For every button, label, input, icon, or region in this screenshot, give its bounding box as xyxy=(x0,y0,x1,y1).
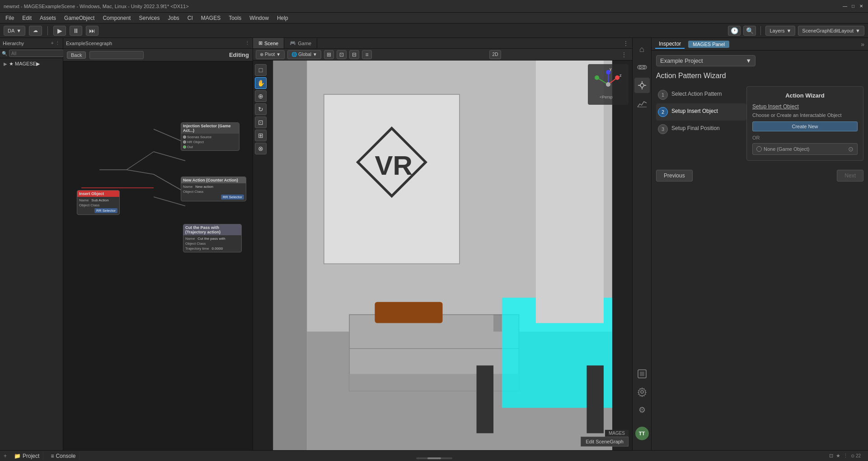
project-star-icon[interactable]: ★ xyxy=(836,453,840,459)
back-button[interactable]: Back xyxy=(67,51,86,59)
project-menu-icon[interactable]: ⋮ xyxy=(843,453,848,459)
network-icon[interactable] xyxy=(634,78,650,93)
global-dropdown-icon: ▼ xyxy=(313,52,317,57)
history-button[interactable]: 🕐 xyxy=(728,26,741,36)
center-view: ⊞ Scene 🎮 Game ⋮ ⊕ Pivot ▼ 🌐 Global ▼ ⊞ … xyxy=(253,38,632,450)
game-object-selector: None (Game Object) ⊙ xyxy=(752,143,858,155)
step-button[interactable]: ⏭ xyxy=(86,26,99,36)
2d-toggle[interactable]: 2D xyxy=(489,50,502,59)
search-toolbar-button[interactable]: 🔍 xyxy=(743,26,756,36)
target-icon[interactable]: ⊙ xyxy=(848,145,854,153)
scene-graph-search-input[interactable] xyxy=(89,51,144,59)
editing-label: Editing xyxy=(229,51,249,58)
tab-console[interactable]: ≡ Console xyxy=(47,452,80,460)
menu-edit[interactable]: Edit xyxy=(19,14,35,22)
previous-button[interactable]: Previous xyxy=(656,170,693,182)
hierarchy-search-input[interactable] xyxy=(9,50,71,57)
window-title: newnxt - MAGESExampleScene - Windows, Ma… xyxy=(4,4,189,9)
snap-toggle[interactable]: ⊟ xyxy=(349,50,359,59)
window-controls[interactable]: — □ ✕ xyxy=(842,3,864,9)
arrow-icon: ▶ xyxy=(4,61,7,66)
project-header: + 📁 Project ≡ Console ⊡ ★ ⋮ ⊙ 22 xyxy=(0,451,868,461)
scene-toolbar: ⊕ Pivot ▼ 🌐 Global ▼ ⊞ ⊡ ⊟ ≡ 2D ⋮ xyxy=(253,49,632,61)
wizard-step-2[interactable]: 2 Setup Insert Object xyxy=(656,103,746,121)
gear-icon[interactable]: ⚙ xyxy=(634,402,650,418)
layout-dropdown[interactable]: SceneGraphEditLayout ▼ xyxy=(798,26,864,36)
avatar[interactable]: TT xyxy=(635,427,649,440)
scene-tab-bar: ⊞ Scene 🎮 Game ⋮ xyxy=(253,38,632,49)
menu-jobs[interactable]: Jobs xyxy=(164,14,183,22)
scene-viewport[interactable]: □ ✋ ⊕ ↻ ⊡ ⊞ ⊗ VR xyxy=(253,61,632,450)
da-dropdown[interactable]: DA ▼ xyxy=(4,26,25,36)
hierarchy-label-magese: ★ MAGESE▶ xyxy=(9,61,40,67)
project-dropdown[interactable]: Example Project ▼ xyxy=(656,55,755,66)
close-button[interactable]: ✕ xyxy=(858,3,864,9)
svg-line-1 xyxy=(154,152,185,161)
hierarchy-menu-icon[interactable]: ⋮ xyxy=(55,40,60,46)
tab-game[interactable]: 🎮 Game xyxy=(284,38,317,48)
home-icon[interactable]: ⌂ xyxy=(634,42,650,57)
tab-inspector[interactable]: Inspector xyxy=(655,40,685,49)
scene-toolbar-menu[interactable]: ⋮ xyxy=(619,51,629,58)
settings-cog-icon[interactable] xyxy=(634,384,650,400)
pause-button[interactable]: ⏸ xyxy=(70,26,82,36)
pivot-dropdown[interactable]: ⊕ Pivot ▼ xyxy=(256,50,285,59)
toolbar-separator-2 xyxy=(760,26,761,35)
svg-rect-20 xyxy=(586,365,604,433)
grid-toggle[interactable]: ⊞ xyxy=(324,50,334,59)
wizard-step-1[interactable]: 1 Select Action Pattern xyxy=(656,86,746,103)
gizmo-toggle[interactable]: ⊡ xyxy=(337,50,347,59)
inspector-header: Inspector MAGES Panel » xyxy=(652,38,868,51)
create-new-button[interactable]: Create New xyxy=(752,121,858,131)
menu-component[interactable]: Component xyxy=(99,14,134,22)
extra-toggle[interactable]: ≡ xyxy=(362,50,372,59)
code-icon[interactable] xyxy=(634,366,650,382)
menu-services[interactable]: Services xyxy=(135,14,163,22)
play-button[interactable]: ▶ xyxy=(53,26,66,36)
edit-scenegraph-button[interactable]: Edit SceneGraph xyxy=(581,437,629,447)
chart-icon[interactable] xyxy=(634,96,650,111)
menu-file[interactable]: File xyxy=(2,14,18,22)
menu-ci[interactable]: CI xyxy=(184,14,197,22)
scene-graph-menu-icon[interactable]: ⋮ xyxy=(245,40,250,46)
project-resize-icon[interactable]: ⊡ xyxy=(829,453,833,459)
expand-icon[interactable]: » xyxy=(861,41,864,48)
pivot-dropdown-icon: ▼ xyxy=(276,52,281,57)
scene-graph-canvas[interactable]: Injection Selector (Game Act...) Scenas … xyxy=(63,61,253,450)
node-action-selector[interactable]: Injection Selector (Game Act...) Scenas … xyxy=(181,122,239,151)
menu-window[interactable]: Window xyxy=(246,14,272,22)
svg-line-5 xyxy=(127,152,154,170)
tab-mages[interactable]: MAGES Panel xyxy=(688,41,729,48)
next-button: Next xyxy=(837,170,863,182)
bottom-panel: + 📁 Project ≡ Console ⊡ ★ ⋮ ⊙ 22 xyxy=(0,450,868,461)
tab-scene[interactable]: ⊞ Scene xyxy=(253,38,284,48)
node-trajectory-action[interactable]: Cut the Pass with (Trajectory action) Na… xyxy=(183,224,242,252)
tab-project[interactable]: 📁 Project xyxy=(10,452,43,460)
node-counter-action[interactable]: New Action (Counter Action) NameNew acti… xyxy=(181,177,246,201)
maximize-button[interactable]: □ xyxy=(850,3,856,9)
minimize-button[interactable]: — xyxy=(842,3,848,9)
wizard-step-3[interactable]: 3 Setup Final Position xyxy=(656,121,746,138)
node-insert-action[interactable]: Insert Object NameSub Action Object Clas… xyxy=(77,190,120,215)
scene-tab-menu[interactable]: ⋮ xyxy=(619,38,632,48)
hierarchy-item-magese[interactable]: ▶ ★ MAGESE▶ xyxy=(2,60,61,68)
avatar-initials: TT xyxy=(639,431,645,436)
node-connections-svg xyxy=(63,61,253,450)
scene-tab-label: Scene xyxy=(264,41,278,46)
menu-assets[interactable]: Assets xyxy=(36,14,60,22)
svg-line-6 xyxy=(127,170,154,174)
cloud-button[interactable]: ☁ xyxy=(29,26,42,36)
hierarchy-add-icon[interactable]: + xyxy=(51,40,54,46)
hierarchy-panel: Hierarchy + ⋮ 🔍 ▶ ★ MAGESE▶ xyxy=(0,38,63,450)
layers-dropdown[interactable]: Layers ▼ xyxy=(765,26,795,36)
inspector-content: Example Project ▼ Action Pattern Wizard … xyxy=(652,51,868,450)
perspective-gizmo[interactable]: y z <Persp xyxy=(588,64,629,105)
menu-help[interactable]: Help xyxy=(273,14,292,22)
scene-graph-topbar: Back Editing xyxy=(63,49,253,61)
global-dropdown[interactable]: 🌐 Global ▼ xyxy=(287,50,321,59)
menu-tools[interactable]: Tools xyxy=(225,14,245,22)
menu-mages[interactable]: MAGES xyxy=(197,14,224,22)
vr-headset-icon[interactable] xyxy=(634,60,650,75)
menu-gameobject[interactable]: GameObject xyxy=(61,14,98,22)
project-add-icon[interactable]: + xyxy=(4,453,7,459)
